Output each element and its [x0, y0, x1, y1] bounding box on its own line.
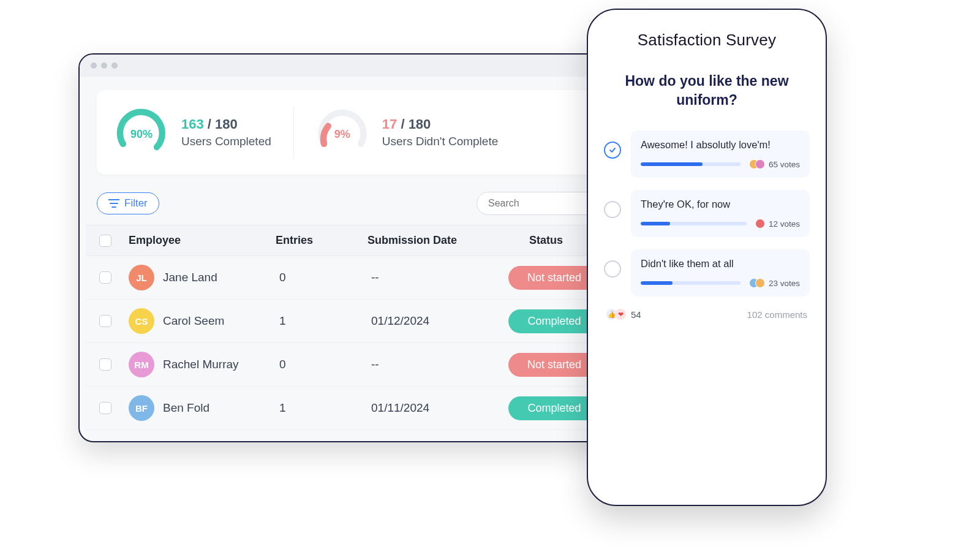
option-votes: 65 votes	[749, 159, 800, 169]
th-entries: Entries	[276, 234, 368, 247]
survey-option[interactable]: Awesome! I absolutly love'm! 65 votes	[604, 130, 810, 178]
avatar: RM	[129, 352, 154, 377]
window-dot	[101, 62, 107, 69]
avatar: JL	[129, 265, 154, 290]
stat-completed-caption: Users Completed	[181, 135, 271, 148]
stat-not-completed-numbers: 17 / 180	[382, 116, 498, 132]
select-all-checkbox[interactable]	[99, 235, 111, 247]
row-checkbox[interactable]	[99, 315, 111, 327]
survey-phone: Satisfaction Survey How do you like the …	[587, 9, 827, 506]
row-checkbox[interactable]	[99, 358, 111, 371]
option-label: Awesome! I absolutly love'm!	[641, 139, 800, 151]
option-label: They're OK, for now	[641, 198, 800, 210]
survey-question: How do you like the new uniform?	[604, 72, 810, 110]
stat-completed: 90% 163 / 180 Users Completed	[115, 106, 271, 159]
option-votes: 12 votes	[755, 219, 800, 229]
survey-title: Satisfaction Survey	[604, 31, 810, 50]
comments-count[interactable]: 102 comments	[747, 309, 807, 320]
row-entries: 1	[276, 401, 368, 415]
gauge-completed: 90%	[115, 106, 168, 159]
stat-completed-total: 180	[215, 116, 238, 132]
option-label: Didn't like them at all	[641, 258, 800, 270]
stat-not-completed-count: 17	[382, 116, 397, 132]
row-entries: 0	[276, 271, 368, 284]
stat-not-completed-total: 180	[409, 116, 431, 132]
option-bar	[641, 281, 741, 285]
row-checkbox[interactable]	[99, 402, 111, 414]
row-entries: 1	[276, 314, 368, 328]
option-bar	[641, 222, 747, 225]
option-bar	[641, 162, 741, 166]
row-submission-date: --	[368, 271, 508, 284]
gauge-not-completed-label: 9%	[316, 106, 369, 159]
row-checkbox[interactable]	[99, 271, 111, 284]
option-card: They're OK, for now 12 votes	[631, 190, 810, 237]
row-submission-date: 01/12/2024	[368, 314, 508, 328]
option-card: Awesome! I absolutly love'm! 65 votes	[631, 130, 810, 178]
window-dot	[111, 62, 118, 69]
th-employee: Employee	[129, 234, 276, 247]
survey-option[interactable]: They're OK, for now 12 votes	[604, 190, 810, 237]
th-submission-date: Submission Date	[368, 234, 508, 247]
controls-row: Filter	[97, 192, 630, 215]
reactions-count: 54	[631, 309, 641, 320]
option-radio[interactable]	[604, 142, 621, 159]
table-row[interactable]: JL Jane Land 0 -- Not started	[86, 256, 641, 300]
voter-avatars	[749, 278, 765, 288]
employee-name: Ben Fold	[163, 401, 209, 415]
employee-name: Carol Seem	[163, 314, 224, 328]
option-card: Didn't like them at all 23 votes	[631, 249, 810, 297]
avatar: BF	[129, 395, 154, 421]
gauge-completed-label: 90%	[115, 106, 168, 159]
gauge-not-completed: 9%	[316, 106, 369, 159]
filter-button-label: Filter	[124, 197, 148, 210]
table-header: Employee Entries Submission Date Status	[86, 225, 641, 256]
option-radio[interactable]	[604, 260, 621, 278]
stat-completed-count: 163	[181, 116, 204, 132]
dashboard-window: 90% 163 / 180 Users Completed 9%	[78, 53, 648, 442]
employee-name: Rachel Murray	[163, 358, 239, 371]
survey-option[interactable]: Didn't like them at all 23 votes	[604, 249, 810, 297]
voter-avatars	[755, 219, 765, 229]
stat-not-completed-caption: Users Didn't Complete	[382, 135, 498, 148]
filter-icon	[108, 199, 119, 208]
employee-name: Jane Land	[163, 271, 217, 284]
row-entries: 0	[276, 358, 368, 371]
table-row[interactable]: CS Carol Seem 1 01/12/2024 Completed	[86, 300, 641, 343]
survey-reactions: 👍 ❤ 54 102 comments	[604, 309, 810, 320]
heart-icon: ❤	[615, 309, 626, 320]
filter-button[interactable]: Filter	[97, 192, 159, 214]
window-titlebar	[80, 55, 647, 77]
table-row[interactable]: BF Ben Fold 1 01/11/2024 Completed	[86, 387, 641, 430]
option-radio[interactable]	[604, 201, 621, 218]
table-row[interactable]: RM Rachel Murray 0 -- Not started	[86, 343, 641, 387]
row-submission-date: --	[368, 358, 508, 371]
window-dot	[91, 62, 97, 69]
stat-not-completed: 9% 17 / 180 Users Didn't Complete	[293, 106, 498, 159]
stat-completed-numbers: 163 / 180	[181, 116, 271, 132]
reaction-icons: 👍 ❤	[606, 309, 626, 320]
row-submission-date: 01/11/2024	[368, 401, 508, 415]
employee-table: Employee Entries Submission Date Status …	[86, 225, 641, 430]
voter-avatars	[749, 159, 765, 169]
avatar: CS	[129, 308, 154, 334]
option-votes: 23 votes	[749, 278, 800, 288]
stats-card: 90% 163 / 180 Users Completed 9%	[97, 90, 630, 175]
